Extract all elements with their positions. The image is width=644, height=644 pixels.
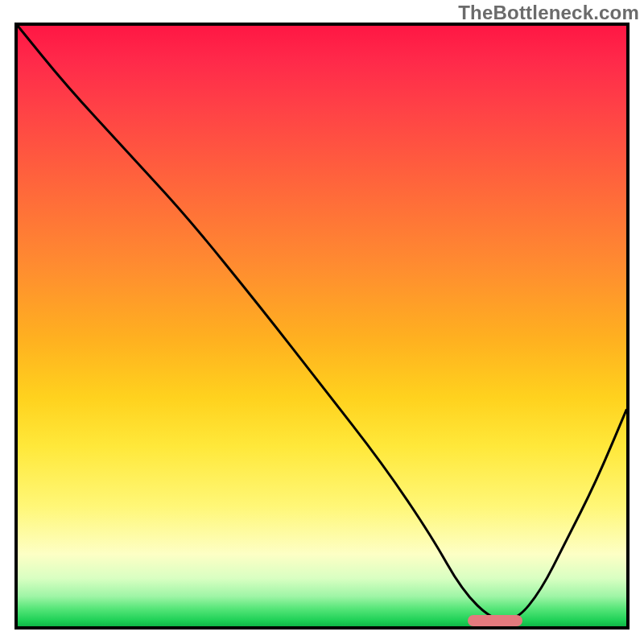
chart-container: TheBottleneck.com: [0, 0, 644, 644]
plot-area: [14, 23, 630, 630]
optimal-range-marker: [468, 615, 522, 626]
valley-curve: [18, 26, 626, 621]
watermark-text: TheBottleneck.com: [458, 2, 639, 24]
curve-svg: [18, 26, 626, 626]
